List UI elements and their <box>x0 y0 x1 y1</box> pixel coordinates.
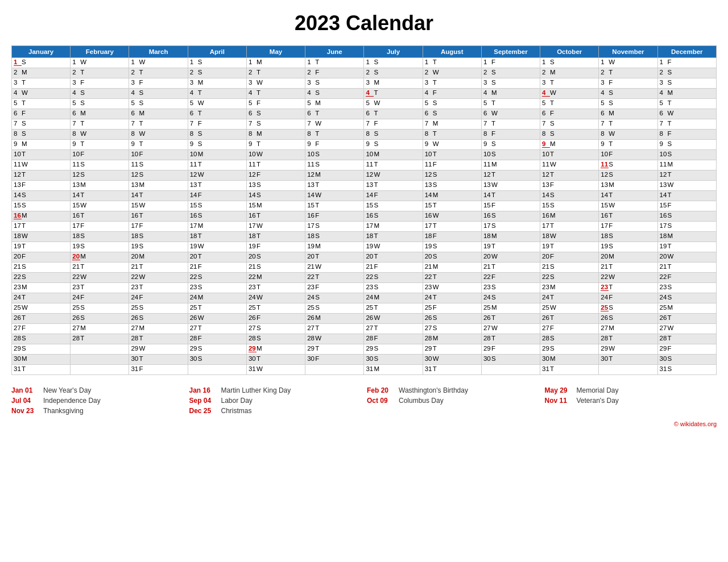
cell-day: T <box>433 365 437 372</box>
cell-day: S <box>139 171 143 178</box>
calendar-cell: 26 T <box>12 314 71 324</box>
cell-number: 30 <box>14 355 22 362</box>
calendar-cell: 3 F <box>71 78 129 89</box>
cell-number: 18 <box>601 232 609 239</box>
calendar-cell: 2 T <box>71 68 129 78</box>
cell-number: 26 <box>72 314 80 321</box>
cell-number: 18 <box>660 232 668 239</box>
calendar-cell: 21 T <box>71 263 129 273</box>
cell-day: S <box>315 304 320 311</box>
calendar-cell: 10 F <box>129 150 188 160</box>
cell-day: F <box>609 151 613 157</box>
calendar-cell: 9 M <box>540 140 599 150</box>
calendar-cell: 16 T <box>246 211 305 222</box>
cell-number: 18 <box>190 232 198 239</box>
cell-number: 24 <box>14 294 22 301</box>
cell-day: W <box>257 222 263 229</box>
cell-number: 10 <box>131 151 139 157</box>
cell-day: T <box>139 140 143 147</box>
calendar-row: 4 W4 S4 S4 T4 T4 S4 T4 F4 M4 W4 S4 M <box>12 89 717 99</box>
calendar-cell: 22 W <box>129 273 188 283</box>
calendar-row: 19 T19 S19 S19 W19 F19 M19 W19 S19 T19 T… <box>12 242 717 252</box>
calendar-cell: 17 M <box>188 222 246 232</box>
cell-number: 28 <box>366 335 374 342</box>
month-header-july: July <box>364 46 423 58</box>
cell-number: 4 <box>366 89 374 97</box>
cell-number: 20 <box>366 253 374 260</box>
cell-number: 26 <box>307 314 315 321</box>
calendar-cell: 13 W <box>657 181 716 191</box>
cell-day: F <box>315 69 319 76</box>
holiday-name: Thanksgiving <box>43 407 84 415</box>
cell-number: 26 <box>542 314 550 321</box>
cell-day: F <box>139 151 143 157</box>
cell-day: M <box>315 243 321 249</box>
cell-number: 14 <box>425 192 433 198</box>
cell-day: T <box>80 69 84 76</box>
cell-day: T <box>668 243 672 249</box>
calendar-cell: 25 T <box>188 303 246 314</box>
cell-day: M <box>315 171 321 178</box>
calendar-cell: 20 M <box>71 252 129 263</box>
cell-number: 28 <box>14 335 22 342</box>
cell-day: S <box>550 335 555 342</box>
cell-number: 30 <box>483 355 491 362</box>
cell-day: T <box>433 222 437 229</box>
cell-number: 21 <box>366 263 374 270</box>
cell-number: 5 <box>72 99 80 106</box>
cell-number: 30 <box>190 355 198 362</box>
cell-number: 16 <box>14 212 22 219</box>
cell-day: T <box>257 212 260 219</box>
cell-number: 21 <box>14 263 22 270</box>
calendar-cell: 29 F <box>657 344 716 355</box>
calendar-cell: 7 F <box>364 119 423 130</box>
cell-number: 20 <box>72 253 80 260</box>
cell-day: M <box>374 222 379 229</box>
cell-day: F <box>668 59 672 65</box>
calendar-cell: 5 T <box>481 99 540 109</box>
cell-day: W <box>139 345 145 352</box>
calendar-cell: 29 W <box>599 344 657 355</box>
cell-number: 1 <box>483 59 491 65</box>
calendar-cell: 1 T <box>305 58 364 68</box>
calendar-cell: 10 W <box>246 150 305 160</box>
cell-number: 24 <box>131 294 139 301</box>
cell-number: 3 <box>601 79 609 86</box>
calendar-cell: 22 M <box>246 273 305 283</box>
cell-day: F <box>374 335 378 342</box>
calendar-cell: 1 F <box>481 58 540 68</box>
calendar-cell: 21 W <box>305 263 364 273</box>
cell-day: T <box>139 284 143 290</box>
cell-day: S <box>433 99 437 106</box>
month-header-june: June <box>305 46 364 58</box>
cell-number: 13 <box>72 181 80 188</box>
calendar-cell <box>599 365 657 375</box>
calendar-cell: 7 T <box>599 119 657 130</box>
calendar-row: 13 F13 M13 M13 T13 S13 T13 T13 S13 W13 F… <box>12 181 717 191</box>
cell-day: W <box>374 243 380 249</box>
calendar-cell: 11 S <box>599 160 657 170</box>
cell-number: 8 <box>660 130 668 137</box>
calendar-cell: 29 W <box>129 344 188 355</box>
cell-number: 8 <box>72 130 80 137</box>
cell-day: S <box>80 161 85 168</box>
calendar-cell: 18 M <box>481 232 540 242</box>
calendar-cell: 17 M <box>364 222 423 232</box>
calendar-cell: 22 F <box>481 273 540 283</box>
calendar-cell: 4 S <box>599 89 657 99</box>
calendar-cell: 8 S <box>188 130 246 140</box>
cell-number: 9 <box>14 140 22 147</box>
calendar-cell: 16 W <box>423 211 481 222</box>
cell-number: 14 <box>542 192 550 198</box>
calendar-cell: 20 S <box>246 252 305 263</box>
cell-day: W <box>433 140 439 147</box>
cell-number: 29 <box>542 345 550 352</box>
calendar-cell: 11 S <box>305 160 364 170</box>
calendar-cell: 20 T <box>305 252 364 263</box>
calendar-row: 23 M23 T23 T23 S23 T23 F23 S23 W23 S23 M… <box>12 283 717 293</box>
calendar-cell: 11 W <box>12 160 71 170</box>
calendar-cell: 19 W <box>188 242 246 252</box>
calendar-cell: 5 S <box>129 99 188 109</box>
calendar-cell: 14 M <box>423 191 481 201</box>
calendar-cell: 27 F <box>12 324 71 334</box>
